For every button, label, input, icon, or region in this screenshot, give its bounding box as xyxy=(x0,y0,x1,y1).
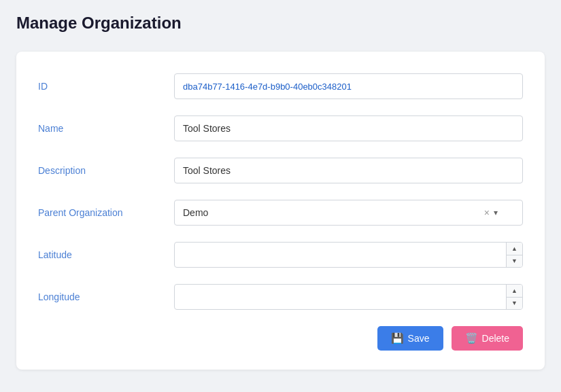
latitude-spinners: ▲ ▼ xyxy=(506,243,522,267)
delete-icon: 🗑️ xyxy=(465,332,478,344)
id-input-wrap xyxy=(174,73,523,99)
longitude-row: Longitude ▲ ▼ xyxy=(38,284,523,310)
longitude-number-wrap: ▲ ▼ xyxy=(174,284,523,310)
latitude-label: Latitude xyxy=(38,249,174,260)
description-row: Description xyxy=(38,158,523,183)
name-label: Name xyxy=(38,123,174,134)
page-title: Manage Organization xyxy=(16,14,545,33)
longitude-spinners: ▲ ▼ xyxy=(506,285,522,309)
save-label: Save xyxy=(408,333,430,344)
form-actions: 💾 Save 🗑️ Delete xyxy=(38,326,523,351)
longitude-input[interactable] xyxy=(174,284,523,310)
name-row: Name xyxy=(38,115,523,141)
latitude-input[interactable] xyxy=(174,242,523,268)
parent-org-select[interactable]: Demo × ▾ xyxy=(174,200,523,226)
parent-org-row: Parent Organization Demo × ▾ xyxy=(38,200,523,226)
longitude-label: Longitude xyxy=(38,291,174,302)
latitude-input-wrap: ▲ ▼ xyxy=(174,242,523,268)
latitude-number-wrap: ▲ ▼ xyxy=(174,242,523,268)
description-label: Description xyxy=(38,165,174,176)
save-button[interactable]: 💾 Save xyxy=(377,326,443,351)
select-actions: × ▾ xyxy=(484,208,498,217)
select-clear-icon[interactable]: × xyxy=(484,208,490,217)
description-input-wrap xyxy=(174,158,523,183)
latitude-decrement-button[interactable]: ▼ xyxy=(507,255,522,268)
latitude-row: Latitude ▲ ▼ xyxy=(38,242,523,268)
name-input[interactable] xyxy=(174,115,523,141)
id-row: ID xyxy=(38,73,523,99)
save-icon: 💾 xyxy=(391,332,404,344)
id-input[interactable] xyxy=(174,73,523,99)
longitude-decrement-button[interactable]: ▼ xyxy=(507,298,522,310)
delete-button[interactable]: 🗑️ Delete xyxy=(452,326,523,351)
longitude-increment-button[interactable]: ▲ xyxy=(507,285,522,298)
name-input-wrap xyxy=(174,115,523,141)
description-input[interactable] xyxy=(174,158,523,183)
delete-label: Delete xyxy=(482,333,509,344)
parent-org-label: Parent Organization xyxy=(38,207,174,218)
parent-org-select-wrap: Demo × ▾ xyxy=(174,200,523,226)
form-card: ID Name Description Parent Organization … xyxy=(16,52,545,370)
id-label: ID xyxy=(38,81,174,92)
parent-org-value: Demo xyxy=(183,207,484,218)
longitude-input-wrap: ▲ ▼ xyxy=(174,284,523,310)
select-arrow-icon[interactable]: ▾ xyxy=(494,208,498,217)
latitude-increment-button[interactable]: ▲ xyxy=(507,243,522,255)
